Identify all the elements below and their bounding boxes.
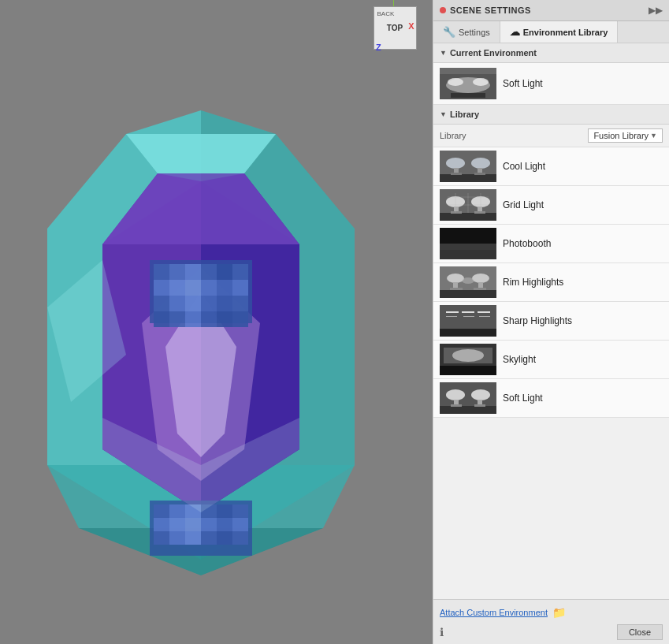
- panel-title: SCENE SETTINGS: [450, 6, 531, 15]
- current-env-item[interactable]: Soft Light: [433, 63, 669, 105]
- svg-rect-77: [451, 211, 462, 214]
- photobooth-label: Photobooth: [503, 238, 551, 249]
- svg-rect-43: [154, 518, 169, 531]
- sharp-highlights-label: Sharp Highlights: [503, 315, 572, 326]
- svg-rect-45: [185, 518, 201, 531]
- svg-rect-32: [185, 311, 201, 327]
- svg-rect-27: [201, 296, 217, 311]
- svg-rect-24: [154, 296, 169, 311]
- current-env-section-header: ▼ Current Environment: [433, 43, 669, 63]
- svg-point-60: [473, 78, 489, 86]
- svg-rect-30: [154, 311, 169, 327]
- svg-rect-26: [185, 296, 201, 311]
- svg-rect-48: [232, 518, 248, 531]
- svg-rect-33: [201, 311, 217, 327]
- svg-point-89: [447, 274, 464, 283]
- library-dropdown-row: Library Fusion Library ▼: [433, 125, 669, 147]
- panel-header: SCENE SETTINGS ▶▶: [433, 0, 669, 21]
- library-dropdown-label: Library: [440, 131, 466, 140]
- library-section-header: ▼ Library: [433, 105, 669, 125]
- svg-rect-17: [232, 264, 248, 280]
- svg-rect-47: [217, 518, 232, 531]
- svg-rect-61: [451, 93, 485, 98]
- svg-rect-88: [440, 290, 496, 298]
- viewport-gizmo[interactable]: BACK TOP X Z: [371, 6, 426, 69]
- list-item[interactable]: Grid Light: [433, 186, 669, 225]
- svg-rect-16: [217, 264, 232, 280]
- svg-rect-69: [451, 173, 462, 175]
- svg-rect-23: [232, 280, 248, 296]
- tab-settings[interactable]: 🔧 Settings: [433, 21, 500, 43]
- grid-light-label: Grid Light: [503, 199, 544, 210]
- svg-point-95: [462, 277, 474, 284]
- gizmo-back-label: BACK: [377, 10, 395, 17]
- tab-settings-label: Settings: [459, 28, 490, 37]
- svg-rect-105: [440, 366, 496, 375]
- svg-point-59: [448, 78, 463, 86]
- photobooth-thumbnail: [440, 228, 496, 259]
- current-env-name: Soft Light: [503, 78, 543, 89]
- info-icon[interactable]: ℹ: [440, 626, 444, 638]
- panel-header-left: SCENE SETTINGS: [440, 6, 531, 15]
- svg-rect-54: [232, 531, 248, 545]
- svg-rect-62: [440, 68, 496, 74]
- list-item[interactable]: Skylight: [433, 341, 669, 379]
- svg-rect-25: [169, 296, 185, 311]
- svg-rect-98: [446, 311, 459, 313]
- svg-rect-64: [440, 174, 496, 182]
- scene-settings-panel: SCENE SETTINGS ▶▶ 🔧 Settings ☁ Environme…: [433, 0, 669, 644]
- skylight-label: Skylight: [503, 354, 536, 365]
- svg-rect-44: [169, 518, 185, 531]
- cool-light-label: Cool Light: [503, 161, 545, 172]
- grid-light-thumbnail: [440, 189, 496, 221]
- folder-icon[interactable]: 📁: [552, 606, 566, 619]
- svg-rect-13: [169, 264, 185, 280]
- library-arrow: ▼: [440, 110, 447, 118]
- panel-arrows[interactable]: ▶▶: [649, 5, 663, 16]
- svg-rect-97: [440, 329, 496, 337]
- svg-rect-114: [451, 404, 462, 407]
- skylight-thumbnail: [440, 344, 496, 375]
- svg-point-111: [471, 389, 490, 400]
- 3d-object: [24, 71, 378, 583]
- dropdown-arrow-icon: ▼: [650, 132, 657, 140]
- library-dropdown-value: Fusion Library: [593, 131, 649, 140]
- svg-rect-52: [201, 531, 217, 545]
- tab-environment-library[interactable]: ☁ Environment Library: [500, 21, 619, 43]
- svg-rect-29: [232, 296, 248, 311]
- panel-tabs: 🔧 Settings ☁ Environment Library: [433, 21, 669, 43]
- svg-rect-22: [217, 280, 232, 296]
- svg-rect-34: [217, 311, 232, 327]
- svg-rect-94: [474, 288, 486, 290]
- svg-rect-100: [478, 311, 490, 313]
- list-item[interactable]: Cool Light: [433, 147, 669, 186]
- svg-rect-78: [474, 211, 485, 214]
- svg-rect-49: [154, 531, 169, 545]
- gizmo-top-label: TOP: [387, 24, 403, 32]
- rim-highlights-thumbnail: [440, 266, 496, 298]
- svg-rect-109: [440, 406, 496, 414]
- svg-rect-50: [169, 531, 185, 545]
- svg-point-65: [446, 158, 465, 169]
- svg-rect-14: [185, 264, 201, 280]
- close-button[interactable]: Close: [617, 624, 663, 640]
- library-dropdown[interactable]: Fusion Library ▼: [588, 128, 663, 143]
- cloud-icon: ☁: [510, 26, 520, 38]
- svg-rect-72: [440, 213, 496, 221]
- svg-rect-101: [446, 316, 457, 317]
- attach-custom-row: Attach Custom Environment 📁: [440, 604, 663, 621]
- list-item[interactable]: Sharp Highlights: [433, 302, 669, 341]
- scene-dot-icon: [440, 7, 446, 13]
- list-item[interactable]: Rim Highlights: [433, 263, 669, 302]
- attach-custom-link[interactable]: Attach Custom Environment: [440, 608, 548, 617]
- 3d-viewport[interactable]: BACK TOP X Z: [0, 0, 433, 644]
- list-item[interactable]: Photobooth: [433, 225, 669, 263]
- panel-content: ▼ Current Environment Soft Light ▼ Libra…: [433, 43, 669, 599]
- library-label: Library: [450, 110, 479, 119]
- list-item[interactable]: Soft Light: [433, 379, 669, 418]
- svg-rect-31: [169, 311, 185, 327]
- svg-rect-37: [154, 504, 169, 518]
- panel-footer: Attach Custom Environment 📁 ℹ Close: [433, 599, 669, 644]
- svg-rect-21: [201, 280, 217, 296]
- tab-env-library-label: Environment Library: [523, 28, 608, 37]
